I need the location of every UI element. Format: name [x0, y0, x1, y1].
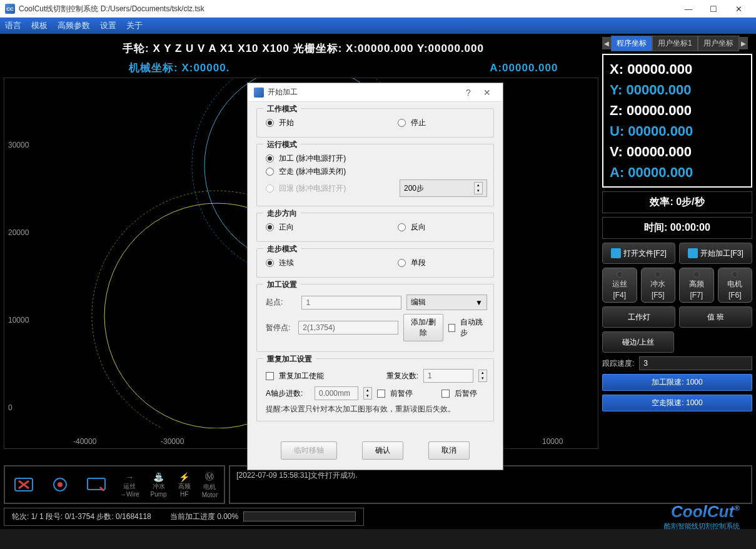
menu-language[interactable]: 语言	[5, 20, 21, 31]
group-stepdir: 走步方向	[263, 208, 301, 219]
efficiency-display: 效率: 0步/秒	[602, 191, 752, 213]
radio-forward[interactable]	[266, 223, 274, 231]
radio-back	[266, 184, 274, 193]
menu-bar: 语言 模板 高频参数 设置 关于	[0, 18, 756, 34]
coord-z: Z: 00000.000	[610, 100, 745, 121]
edge-wire-button[interactable]: 碰边/上丝	[602, 331, 674, 353]
logo: CoolCut® 酷割智能线切割控制系统	[370, 502, 752, 531]
indicator-icon	[655, 271, 661, 278]
cancel-button[interactable]: 取消	[428, 441, 470, 460]
radio-start[interactable]	[266, 119, 274, 127]
wire-toggle[interactable]: 运丝[F4]	[602, 268, 637, 303]
dialog-help-button[interactable]: ?	[459, 88, 478, 98]
tab-program-coord[interactable]: 程序坐标	[611, 36, 652, 51]
machine-coords: 机械坐标: X:00000. A:00000.000	[4, 58, 598, 75]
app-icon: CC	[5, 4, 15, 14]
progress-info: 轮次: 1/ 1 段号: 0/1-3754 步数: 0/1684118 当前加工…	[4, 508, 364, 526]
tab-next[interactable]: ▶	[739, 37, 748, 49]
auto-skip-checkbox[interactable]	[448, 324, 456, 332]
indicator-icon	[732, 271, 738, 278]
menu-settings[interactable]: 设置	[100, 20, 116, 31]
open-file-button[interactable]: 打开文件[F2]	[602, 243, 675, 264]
radio-reverse[interactable]	[398, 223, 406, 231]
maximize-button[interactable]: ☐	[701, 0, 726, 18]
repeat-count-input[interactable]	[423, 369, 473, 383]
coord-v: V: 00000.000	[610, 141, 745, 162]
group-procset: 加工设置	[263, 280, 301, 290]
svg-point-6	[58, 482, 63, 487]
handwheel-status: 手轮: X Y Z U V A X1 X10 X100 光栅坐标: X:0000…	[4, 36, 598, 58]
repeat-enable-checkbox[interactable]	[266, 372, 274, 380]
duty-button[interactable]: 值 班	[679, 306, 752, 328]
pump-status-icon[interactable]: ⛲冲水Pump	[151, 472, 167, 498]
progress-bar	[243, 511, 356, 521]
group-runmode: 运行模式	[263, 139, 301, 150]
label-repeatcount: 重复次数:	[386, 371, 418, 381]
pre-pause-checkbox[interactable]	[377, 390, 385, 398]
tab-user-coord-2[interactable]: 用户坐标	[698, 36, 739, 51]
track-speed-label: 跟踪速度:	[602, 358, 634, 369]
label-astep: A轴步进数:	[266, 388, 310, 399]
dialog-title: 开始加工	[268, 87, 459, 98]
dialog-close-button[interactable]: ✕	[478, 88, 496, 98]
edit-dropdown[interactable]: 编辑▼	[406, 295, 487, 310]
idle-speed-button[interactable]: 空走限速: 1000	[602, 395, 752, 411]
pausepoint-input[interactable]	[298, 321, 398, 335]
coord-y: Y: 00000.000	[610, 79, 745, 100]
coordinate-display: X: 00000.000 Y: 00000.000 Z: 00000.000 U…	[602, 54, 752, 188]
indicator-icon	[617, 271, 623, 278]
tool-icon-bar: →运丝→Wire ⛲冲水Pump ⚡高频HF Ⓜ电机Motor	[4, 465, 225, 504]
hf-toggle[interactable]: 高频[F7]	[679, 268, 714, 303]
x-tick: -30000	[161, 437, 184, 446]
track-speed-input[interactable]	[639, 356, 752, 370]
ok-button[interactable]: 确认	[362, 441, 403, 460]
pump-toggle[interactable]: 冲水[F5]	[641, 268, 676, 303]
radio-idle[interactable]	[266, 168, 274, 176]
group-repeat: 重复加工设置	[263, 354, 316, 365]
minimize-button[interactable]: —	[676, 0, 701, 18]
motor-toggle[interactable]: 电机[F6]	[718, 268, 753, 303]
post-pause-checkbox[interactable]	[441, 390, 450, 398]
indicator-icon	[693, 271, 700, 278]
menu-template[interactable]: 模板	[31, 20, 48, 31]
radio-continuous[interactable]	[266, 259, 274, 267]
config-icon[interactable]	[48, 472, 73, 497]
y-tick: 20000	[8, 228, 29, 237]
label-startpoint: 起点:	[266, 297, 296, 308]
right-panel: ◀ 程序坐标 用户坐标1 用户坐标 ▶ X: 00000.000 Y: 0000…	[602, 36, 752, 465]
close-button[interactable]: ✕	[726, 0, 751, 18]
y-tick: 0	[8, 403, 13, 412]
screen-icon[interactable]	[84, 472, 109, 497]
wire-status-icon[interactable]: →运丝→Wire	[120, 472, 139, 498]
temp-axis-button[interactable]: 临时移轴	[281, 441, 337, 460]
radio-process[interactable]	[266, 154, 274, 163]
group-stepmode: 走步模式	[263, 244, 301, 254]
stop-icon[interactable]	[11, 472, 36, 497]
radio-single[interactable]	[398, 259, 406, 267]
time-display: 时间: 00:00:00	[602, 217, 752, 239]
start-processing-button[interactable]: 开始加工[F3]	[679, 243, 752, 264]
hf-status-icon[interactable]: ⚡高频HF	[178, 472, 191, 498]
processing-speed-button[interactable]: 加工限速: 1000	[602, 374, 752, 391]
back-steps-select[interactable]: 200步▴▾	[400, 179, 487, 197]
y-tick: 30000	[8, 141, 29, 149]
log-output: [2022-07-09 15:58:31]文件打开成功.	[229, 465, 752, 504]
add-delete-button[interactable]: 添加/删除	[403, 314, 443, 341]
window-title: CoolCut线切割控制系统 D:/Users/Documents/tsk/cl…	[19, 4, 676, 14]
radio-stop[interactable]	[398, 119, 406, 127]
play-icon	[688, 248, 698, 258]
coord-u: U: 00000.000	[610, 121, 745, 141]
group-workmode: 工作模式	[263, 104, 301, 114]
a-step-input[interactable]	[315, 386, 358, 400]
coord-x: X: 00000.000	[610, 59, 745, 79]
menu-hf-params[interactable]: 高频参数	[58, 20, 90, 31]
coord-a: A: 00000.000	[610, 162, 745, 183]
tab-prev[interactable]: ◀	[602, 37, 611, 49]
worklight-button[interactable]: 工作灯	[602, 306, 675, 328]
svg-rect-7	[88, 478, 105, 490]
tab-user-coord-1[interactable]: 用户坐标1	[652, 36, 698, 51]
motor-status-icon[interactable]: Ⓜ电机Motor	[202, 471, 218, 498]
window-titlebar: CC CoolCut线切割控制系统 D:/Users/Documents/tsk…	[0, 0, 756, 18]
startpoint-input[interactable]	[301, 296, 401, 310]
menu-about[interactable]: 关于	[126, 20, 143, 31]
